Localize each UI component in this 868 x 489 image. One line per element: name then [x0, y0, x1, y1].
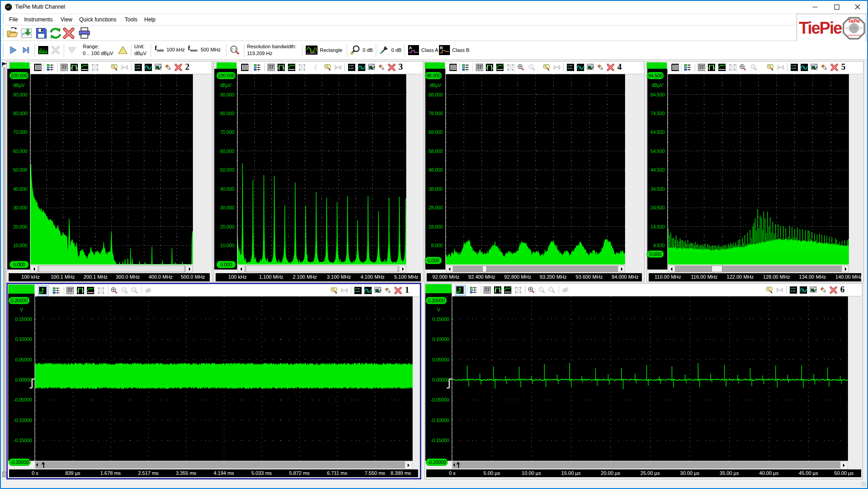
svg-text:TiePie: TiePie [848, 19, 860, 24]
svg-text:engineering: engineering [848, 34, 861, 36]
